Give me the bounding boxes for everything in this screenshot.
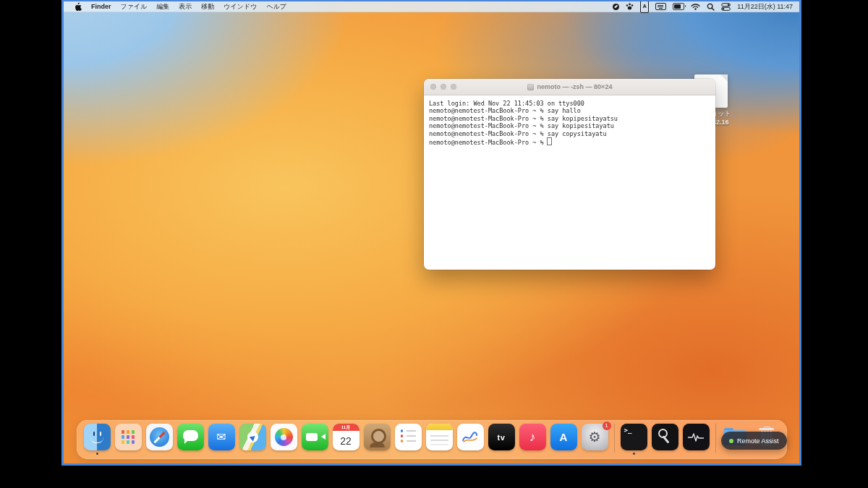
terminal-app-icon: >_ bbox=[621, 424, 647, 450]
photos-icon bbox=[271, 424, 297, 450]
terminal-prompt-line: nemoto@nemotest-MacBook-Pro ~ % bbox=[429, 137, 710, 146]
terminal-line: nemoto@nemotest-MacBook-Pro ~ % say kopi… bbox=[429, 115, 710, 122]
notes-icon bbox=[426, 424, 453, 450]
menu-help[interactable]: ヘルプ bbox=[266, 2, 286, 12]
remote-assist-pill[interactable]: Remote Assist bbox=[721, 432, 787, 450]
dock-item-appstore[interactable]: A bbox=[550, 424, 577, 450]
music-icon bbox=[519, 424, 546, 450]
dock-item-keychain[interactable] bbox=[652, 424, 678, 450]
dock-item-calendar[interactable]: 11月22 bbox=[333, 424, 359, 450]
dock-item-freeform[interactable] bbox=[457, 424, 484, 450]
mail-icon bbox=[208, 424, 235, 450]
calendar-day: 22 bbox=[340, 431, 352, 450]
terminal-line: Last login: Wed Nov 22 11:45:03 on ttys0… bbox=[429, 100, 710, 107]
keyboard-icon[interactable] bbox=[655, 3, 666, 11]
terminal-line: nemoto@nemotest-MacBook-Pro ~ % say copy… bbox=[429, 130, 710, 137]
dock-item-contacts[interactable] bbox=[364, 424, 391, 450]
activity-monitor-icon bbox=[683, 424, 710, 450]
dock-item-finder[interactable] bbox=[84, 424, 111, 450]
dock-item-reminders[interactable] bbox=[395, 424, 422, 450]
control-center-icon[interactable] bbox=[721, 1, 731, 12]
dock-item-tv[interactable]: tv bbox=[488, 424, 515, 450]
notification-badge: 1 bbox=[603, 421, 611, 430]
menu-go[interactable]: 移動 bbox=[201, 2, 214, 12]
dock-item-settings[interactable]: 1 bbox=[582, 424, 608, 450]
terminal-cursor bbox=[547, 137, 552, 145]
status-circle-icon[interactable] bbox=[613, 4, 619, 10]
calendar-icon: 11月22 bbox=[333, 424, 359, 450]
facetime-icon bbox=[302, 424, 328, 450]
menu-file[interactable]: ファイル bbox=[121, 2, 148, 12]
calendar-month: 11月 bbox=[333, 424, 359, 431]
wifi-icon[interactable] bbox=[691, 1, 700, 12]
input-source-icon[interactable]: A bbox=[640, 1, 649, 13]
dock-item-mail[interactable] bbox=[208, 424, 235, 450]
menu-view[interactable]: 表示 bbox=[179, 2, 192, 12]
dock-item-activity-monitor[interactable] bbox=[683, 424, 710, 450]
dock-item-facetime[interactable] bbox=[302, 424, 328, 450]
dock-separator bbox=[614, 424, 615, 453]
dock-separator bbox=[715, 424, 716, 453]
apple-logo-icon bbox=[74, 2, 82, 12]
apple-menu[interactable] bbox=[74, 1, 82, 12]
menu-clock[interactable]: 11月22日(水) 11:47 bbox=[737, 2, 793, 12]
running-indicator bbox=[96, 453, 98, 455]
menu-edit[interactable]: 編集 bbox=[156, 2, 169, 12]
remote-desktop-screen: Finder ファイル 編集 表示 移動 ウインドウ ヘルプ A 11月22日(… bbox=[61, 0, 801, 466]
reminders-icon bbox=[395, 424, 422, 450]
terminal-content[interactable]: Last login: Wed Nov 22 11:45:03 on ttys0… bbox=[424, 95, 715, 150]
dock-item-notes[interactable] bbox=[426, 424, 453, 450]
safari-icon bbox=[146, 424, 173, 450]
menu-bar: Finder ファイル 編集 表示 移動 ウインドウ ヘルプ A 11月22日(… bbox=[64, 1, 799, 12]
terminal-window[interactable]: nemoto — -zsh — 80×24 Last login: Wed No… bbox=[424, 79, 715, 270]
launchpad-icon bbox=[115, 424, 142, 450]
dock-item-photos[interactable] bbox=[271, 424, 297, 450]
menu-app-name[interactable]: Finder bbox=[91, 3, 111, 10]
dock-item-messages[interactable] bbox=[177, 424, 204, 450]
dock: 11月22 tv A 1 >_ bbox=[77, 420, 787, 459]
paw-icon[interactable] bbox=[626, 1, 634, 12]
apple-tv-icon: tv bbox=[488, 424, 515, 450]
dock-item-launchpad[interactable] bbox=[115, 424, 142, 450]
menu-window[interactable]: ウインドウ bbox=[224, 2, 257, 12]
contacts-icon bbox=[364, 424, 391, 450]
dock-item-safari[interactable] bbox=[146, 424, 173, 450]
remote-assist-status-dot bbox=[729, 439, 733, 443]
terminal-line: nemoto@nemotest-MacBook-Pro ~ % say hall… bbox=[429, 107, 710, 114]
finder-icon bbox=[84, 424, 111, 450]
spotlight-search-icon[interactable] bbox=[707, 1, 715, 12]
running-indicator bbox=[633, 453, 635, 455]
terminal-titlebar[interactable]: nemoto — -zsh — 80×24 bbox=[424, 79, 715, 95]
app-store-icon: A bbox=[550, 424, 577, 450]
remote-assist-label: Remote Assist bbox=[737, 437, 779, 445]
messages-icon bbox=[177, 424, 204, 450]
freeform-icon bbox=[457, 424, 484, 450]
dock-item-music[interactable] bbox=[519, 424, 546, 450]
keychain-access-icon bbox=[652, 424, 678, 450]
terminal-window-title: nemoto — -zsh — 80×24 bbox=[537, 83, 613, 90]
dock-item-maps[interactable] bbox=[239, 424, 266, 450]
maps-icon bbox=[239, 424, 266, 450]
dock-item-terminal[interactable]: >_ bbox=[621, 424, 647, 450]
window-proxy-icon bbox=[527, 84, 534, 90]
terminal-line: nemoto@nemotest-MacBook-Pro ~ % say kopi… bbox=[429, 122, 710, 129]
battery-icon[interactable] bbox=[673, 3, 684, 10]
